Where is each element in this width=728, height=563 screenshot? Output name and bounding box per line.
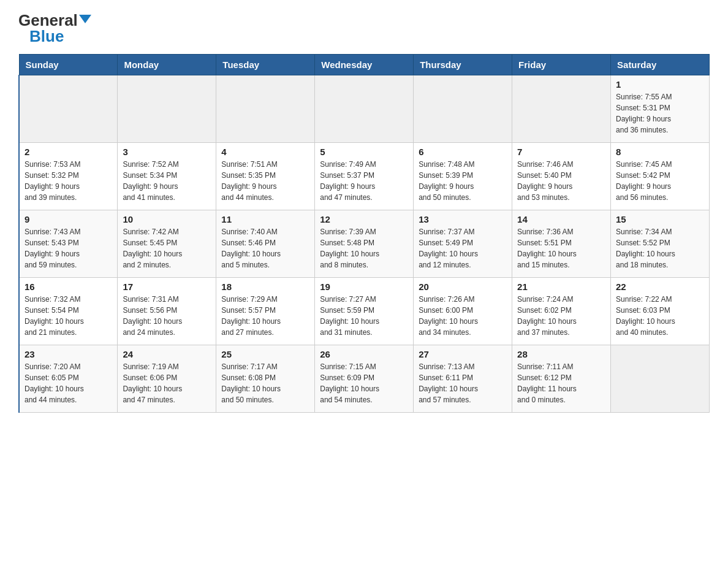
day-number: 25: [221, 349, 309, 359]
calendar-header-row: Sunday Monday Tuesday Wednesday Thursday…: [19, 55, 710, 75]
logo-general-text: General: [18, 12, 78, 28]
calendar-week-row: 16Sunrise: 7:32 AMSunset: 5:54 PMDayligh…: [19, 278, 710, 345]
table-row: [118, 75, 216, 143]
day-number: 1: [616, 79, 704, 90]
table-row: 17Sunrise: 7:31 AMSunset: 5:56 PMDayligh…: [118, 278, 216, 345]
table-row: 22Sunrise: 7:22 AMSunset: 6:03 PMDayligh…: [611, 278, 710, 345]
day-info: Sunrise: 7:39 AMSunset: 5:48 PMDaylight:…: [320, 226, 408, 270]
table-row: [611, 345, 710, 413]
table-row: 13Sunrise: 7:37 AMSunset: 5:49 PMDayligh…: [414, 210, 512, 278]
day-number: 9: [25, 214, 112, 224]
table-row: 23Sunrise: 7:20 AMSunset: 6:05 PMDayligh…: [19, 345, 118, 413]
day-info: Sunrise: 7:37 AMSunset: 5:49 PMDaylight:…: [419, 226, 507, 270]
table-row: 26Sunrise: 7:15 AMSunset: 6:09 PMDayligh…: [315, 345, 414, 413]
table-row: 10Sunrise: 7:42 AMSunset: 5:45 PMDayligh…: [118, 210, 216, 278]
calendar-week-row: 1Sunrise: 7:55 AMSunset: 5:31 PMDaylight…: [19, 75, 710, 143]
table-row: 21Sunrise: 7:24 AMSunset: 6:02 PMDayligh…: [512, 278, 611, 345]
col-thursday: Thursday: [414, 55, 512, 75]
day-info: Sunrise: 7:32 AMSunset: 5:54 PMDaylight:…: [25, 294, 112, 338]
col-tuesday: Tuesday: [216, 55, 315, 75]
day-info: Sunrise: 7:51 AMSunset: 5:35 PMDaylight:…: [221, 159, 309, 203]
day-info: Sunrise: 7:11 AMSunset: 6:12 PMDaylight:…: [517, 361, 605, 405]
day-info: Sunrise: 7:20 AMSunset: 6:05 PMDaylight:…: [25, 361, 112, 405]
table-row: 25Sunrise: 7:17 AMSunset: 6:08 PMDayligh…: [216, 345, 315, 413]
day-number: 2: [25, 147, 112, 157]
calendar-week-row: 9Sunrise: 7:43 AMSunset: 5:43 PMDaylight…: [19, 210, 710, 278]
col-monday: Monday: [118, 55, 216, 75]
day-number: 13: [419, 214, 507, 224]
table-row: 28Sunrise: 7:11 AMSunset: 6:12 PMDayligh…: [512, 345, 611, 413]
table-row: 19Sunrise: 7:27 AMSunset: 5:59 PMDayligh…: [315, 278, 414, 345]
table-row: 9Sunrise: 7:43 AMSunset: 5:43 PMDaylight…: [19, 210, 118, 278]
day-info: Sunrise: 7:48 AMSunset: 5:39 PMDaylight:…: [419, 159, 507, 203]
day-info: Sunrise: 7:45 AMSunset: 5:42 PMDaylight:…: [616, 159, 704, 203]
table-row: [512, 75, 611, 143]
table-row: 16Sunrise: 7:32 AMSunset: 5:54 PMDayligh…: [19, 278, 118, 345]
day-info: Sunrise: 7:52 AMSunset: 5:34 PMDaylight:…: [123, 159, 211, 203]
table-row: 6Sunrise: 7:48 AMSunset: 5:39 PMDaylight…: [414, 143, 512, 210]
day-info: Sunrise: 7:53 AMSunset: 5:32 PMDaylight:…: [25, 159, 112, 203]
day-number: 14: [517, 214, 605, 224]
day-info: Sunrise: 7:26 AMSunset: 6:00 PMDaylight:…: [419, 294, 507, 338]
day-info: Sunrise: 7:15 AMSunset: 6:09 PMDaylight:…: [320, 361, 408, 405]
day-number: 28: [517, 349, 605, 359]
day-info: Sunrise: 7:55 AMSunset: 5:31 PMDaylight:…: [616, 91, 704, 136]
day-number: 10: [123, 214, 211, 224]
day-info: Sunrise: 7:42 AMSunset: 5:45 PMDaylight:…: [123, 226, 211, 270]
day-number: 16: [25, 282, 112, 292]
page-header: General Blue: [18, 12, 710, 44]
table-row: 4Sunrise: 7:51 AMSunset: 5:35 PMDaylight…: [216, 143, 315, 210]
day-number: 11: [221, 214, 309, 224]
day-info: Sunrise: 7:29 AMSunset: 5:57 PMDaylight:…: [221, 294, 309, 338]
table-row: [414, 75, 512, 143]
day-number: 15: [616, 214, 704, 224]
col-sunday: Sunday: [19, 55, 118, 75]
day-number: 19: [320, 282, 408, 292]
day-number: 27: [419, 349, 507, 359]
day-number: 4: [221, 147, 309, 157]
logo: General Blue: [18, 12, 91, 44]
calendar-table: Sunday Monday Tuesday Wednesday Thursday…: [18, 54, 710, 413]
col-wednesday: Wednesday: [315, 55, 414, 75]
logo-arrow-icon: [79, 15, 91, 23]
day-number: 8: [616, 147, 704, 157]
table-row: [315, 75, 414, 143]
table-row: 14Sunrise: 7:36 AMSunset: 5:51 PMDayligh…: [512, 210, 611, 278]
logo-blue-text: Blue: [29, 28, 64, 44]
table-row: 11Sunrise: 7:40 AMSunset: 5:46 PMDayligh…: [216, 210, 315, 278]
day-info: Sunrise: 7:40 AMSunset: 5:46 PMDaylight:…: [221, 226, 309, 270]
day-info: Sunrise: 7:31 AMSunset: 5:56 PMDaylight:…: [123, 294, 211, 338]
table-row: 12Sunrise: 7:39 AMSunset: 5:48 PMDayligh…: [315, 210, 414, 278]
day-number: 17: [123, 282, 211, 292]
table-row: 20Sunrise: 7:26 AMSunset: 6:00 PMDayligh…: [414, 278, 512, 345]
day-number: 6: [419, 147, 507, 157]
table-row: [216, 75, 315, 143]
day-info: Sunrise: 7:13 AMSunset: 6:11 PMDaylight:…: [419, 361, 507, 405]
day-info: Sunrise: 7:36 AMSunset: 5:51 PMDaylight:…: [517, 226, 605, 270]
day-info: Sunrise: 7:19 AMSunset: 6:06 PMDaylight:…: [123, 361, 211, 405]
col-friday: Friday: [512, 55, 611, 75]
day-number: 24: [123, 349, 211, 359]
day-number: 18: [221, 282, 309, 292]
day-info: Sunrise: 7:17 AMSunset: 6:08 PMDaylight:…: [221, 361, 309, 405]
table-row: 2Sunrise: 7:53 AMSunset: 5:32 PMDaylight…: [19, 143, 118, 210]
calendar-week-row: 2Sunrise: 7:53 AMSunset: 5:32 PMDaylight…: [19, 143, 710, 210]
table-row: [19, 75, 118, 143]
day-number: 20: [419, 282, 507, 292]
day-number: 21: [517, 282, 605, 292]
table-row: 15Sunrise: 7:34 AMSunset: 5:52 PMDayligh…: [611, 210, 710, 278]
day-number: 3: [123, 147, 211, 157]
day-info: Sunrise: 7:43 AMSunset: 5:43 PMDaylight:…: [25, 226, 112, 270]
day-info: Sunrise: 7:46 AMSunset: 5:40 PMDaylight:…: [517, 159, 605, 203]
calendar-week-row: 23Sunrise: 7:20 AMSunset: 6:05 PMDayligh…: [19, 345, 710, 413]
table-row: 5Sunrise: 7:49 AMSunset: 5:37 PMDaylight…: [315, 143, 414, 210]
table-row: 1Sunrise: 7:55 AMSunset: 5:31 PMDaylight…: [611, 75, 710, 143]
table-row: 8Sunrise: 7:45 AMSunset: 5:42 PMDaylight…: [611, 143, 710, 210]
table-row: 7Sunrise: 7:46 AMSunset: 5:40 PMDaylight…: [512, 143, 611, 210]
table-row: 24Sunrise: 7:19 AMSunset: 6:06 PMDayligh…: [118, 345, 216, 413]
col-saturday: Saturday: [611, 55, 710, 75]
table-row: 3Sunrise: 7:52 AMSunset: 5:34 PMDaylight…: [118, 143, 216, 210]
day-number: 12: [320, 214, 408, 224]
day-info: Sunrise: 7:49 AMSunset: 5:37 PMDaylight:…: [320, 159, 408, 203]
day-number: 23: [25, 349, 112, 359]
